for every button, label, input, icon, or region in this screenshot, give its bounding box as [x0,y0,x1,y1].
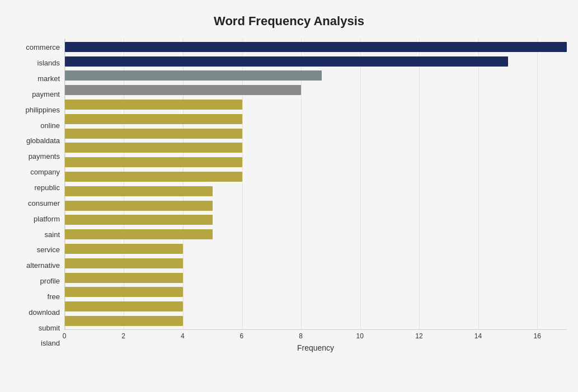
y-label: islands [37,56,60,70]
y-label: submit [39,320,60,335]
y-label: payment [32,87,60,101]
x-tick-label: 14 [474,332,482,340]
y-axis: commerceislandsmarketpaymentphilippineso… [11,39,64,352]
y-label: payments [29,149,60,164]
bar-row [65,199,567,213]
bar-row [65,40,567,54]
x-tick-label: 8 [299,332,303,340]
bar [65,244,183,254]
chart-title: Word Frequency Analysis [11,11,567,29]
x-axis-label: Frequency [64,343,567,352]
bar-row [65,169,567,184]
bar-row [65,285,567,300]
bar [65,129,242,139]
bar-row [65,126,567,141]
bar [65,42,567,52]
bar-row [65,242,567,256]
y-label: consumer [28,196,60,210]
bar [65,157,242,167]
bars-and-x: 0246810121416 Frequency [64,39,567,352]
x-axis: 0246810121416 Frequency [64,330,567,352]
chart-container: Word Frequency Analysis commerceislandsm… [0,0,578,392]
bar-row [65,54,567,69]
y-label: globaldata [26,134,60,148]
bar-row [65,141,567,155]
bar-row [65,299,567,314]
bar [65,143,242,153]
bar-row [65,69,567,83]
bar [65,301,183,311]
y-label: online [40,118,60,133]
chart-area: commerceislandsmarketpaymentphilippineso… [11,39,567,352]
y-label: service [37,243,60,257]
x-tick-label: 0 [63,332,67,340]
y-label: saint [45,227,60,242]
x-tick-label: 6 [240,332,244,340]
x-tick-label: 10 [356,332,364,340]
y-label: download [29,305,60,319]
bar-row [65,155,567,169]
bar-row [65,97,567,112]
bar-row [65,112,567,126]
bar [65,85,301,95]
y-label: island [41,336,60,351]
bar [65,287,183,297]
bar [65,258,183,268]
bar [65,229,213,239]
bar-row [65,184,567,199]
bar [65,56,508,67]
bar [65,201,213,211]
bar-row [65,83,567,97]
bar [65,114,242,124]
bars-area [64,39,567,330]
bar [65,316,183,326]
x-ticks: 0246810121416 [64,330,567,341]
y-label: commerce [26,40,60,55]
bar-row [65,227,567,242]
y-label: republic [34,181,60,195]
y-label: platform [34,211,60,226]
bar-row [65,256,567,271]
bar [65,172,242,182]
bar-row [65,213,567,228]
bar [65,273,183,283]
bar-row [65,314,567,328]
y-label: company [30,165,60,180]
bar [65,70,322,81]
bar [65,215,213,225]
y-label: philippines [26,102,60,117]
x-tick-label: 12 [415,332,422,340]
x-tick-label: 4 [181,332,185,340]
y-label: market [37,72,60,86]
y-label: alternative [26,258,60,273]
bars-wrapper [65,39,567,329]
bar-row [65,271,567,285]
y-label: free [48,289,60,304]
x-tick-label: 2 [121,332,125,340]
y-label: profile [40,274,60,289]
x-tick-label: 16 [534,332,541,340]
bar [65,186,213,196]
bar [65,100,242,110]
